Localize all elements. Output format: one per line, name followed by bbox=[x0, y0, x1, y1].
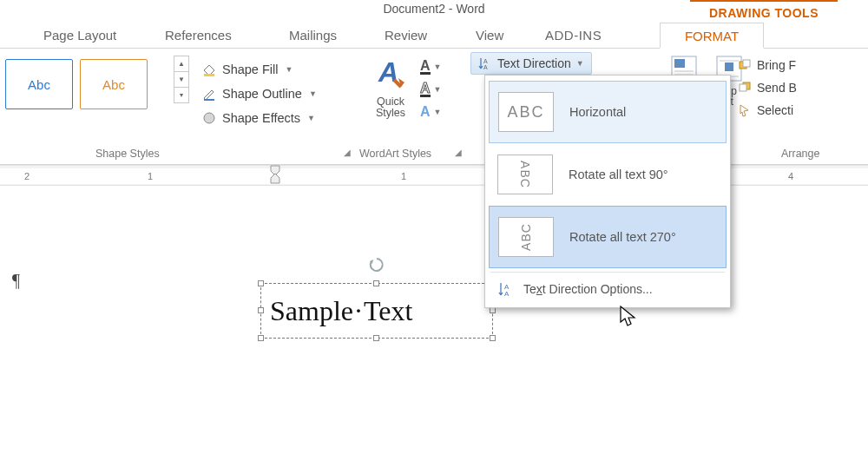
text-box[interactable]: Sample·Text bbox=[260, 283, 493, 339]
svg-rect-17 bbox=[740, 84, 746, 91]
menu-item-rotate-90[interactable]: ABC Rotate all text 90° bbox=[489, 143, 727, 206]
menu-item-label: Horizontal bbox=[569, 105, 626, 119]
shape-style-swatch[interactable]: Abc bbox=[80, 59, 148, 109]
rotate-handle-icon[interactable] bbox=[368, 256, 385, 273]
menu-item-label: Rotate all text 270° bbox=[569, 230, 676, 244]
space-dot: · bbox=[353, 295, 364, 326]
menu-separator bbox=[490, 272, 725, 273]
bring-forward-icon bbox=[738, 58, 752, 72]
dropdown-icon: ▼ bbox=[434, 62, 442, 71]
dialog-launcher-icon[interactable]: ◢ bbox=[344, 148, 351, 157]
quick-styles-button[interactable]: A Quick Styles bbox=[368, 54, 413, 119]
svg-text:A: A bbox=[504, 290, 510, 297]
svg-text:A: A bbox=[483, 64, 488, 70]
rotate-90-thumb-icon: ABC bbox=[497, 155, 553, 194]
text-effects-icon: A bbox=[420, 104, 431, 120]
dropdown-icon: ▼ bbox=[576, 59, 584, 68]
text-direction-label: Text Direction bbox=[497, 56, 571, 70]
text-direction-menu: ABC Horizontal ABC Rotate all text 90° A… bbox=[484, 75, 731, 308]
text-outline-button[interactable]: A ▼ bbox=[420, 78, 465, 101]
text-direction-options-icon: A A bbox=[497, 281, 513, 297]
text-fill-button[interactable]: A ▼ bbox=[420, 56, 465, 78]
text-effects-button[interactable]: A ▼ bbox=[420, 101, 465, 123]
tab-format[interactable]: FORMAT bbox=[660, 23, 764, 49]
quick-styles-icon: A bbox=[372, 54, 410, 92]
text-box-content: Sample·Text bbox=[270, 295, 412, 327]
ruler-number: 1 bbox=[148, 171, 153, 181]
resize-handle[interactable] bbox=[490, 335, 496, 341]
menu-item-label: Text Direction Options... bbox=[523, 282, 653, 296]
app-window: Document2 - Word DRAWING TOOLS Page Layo… bbox=[0, 0, 868, 382]
selection-pane-icon bbox=[738, 103, 752, 117]
dropdown-icon: ▼ bbox=[285, 65, 293, 74]
resize-handle[interactable] bbox=[258, 280, 264, 286]
arrange-group: Bring F Send B Selecti bbox=[738, 54, 868, 122]
ruler-number: 4 bbox=[788, 171, 793, 181]
svg-rect-7 bbox=[674, 59, 685, 68]
selection-pane-button[interactable]: Selecti bbox=[738, 99, 868, 122]
gallery-scroll-up-icon[interactable]: ▲ bbox=[174, 56, 189, 72]
shape-effects-icon bbox=[201, 110, 217, 126]
tab-page-layout[interactable]: Page Layout bbox=[36, 23, 123, 49]
dropdown-icon: ▼ bbox=[434, 85, 442, 94]
dialog-launcher-icon[interactable]: ◢ bbox=[455, 148, 462, 157]
text-outline-icon: A bbox=[420, 82, 431, 97]
tab-mailings[interactable]: Mailings bbox=[282, 23, 344, 49]
svg-text:A: A bbox=[483, 58, 488, 64]
rotate-270-thumb-icon: ABC bbox=[498, 217, 554, 257]
contextual-tool-tab: DRAWING TOOLS bbox=[690, 0, 838, 23]
tab-view[interactable]: View bbox=[469, 23, 510, 49]
dropdown-icon: ▼ bbox=[434, 108, 442, 116]
send-backward-icon bbox=[738, 81, 752, 95]
shape-effects-label: Shape Effects bbox=[222, 111, 300, 125]
svg-rect-15 bbox=[743, 60, 750, 67]
quick-styles-label: Quick Styles bbox=[368, 96, 413, 119]
document-canvas[interactable]: ¶ Sample·Text bbox=[0, 186, 868, 382]
pencil-outline-icon bbox=[201, 86, 217, 102]
ruler-number: 1 bbox=[401, 171, 406, 181]
bring-forward-button[interactable]: Bring F bbox=[738, 54, 868, 76]
shape-fill-label: Shape Fill bbox=[222, 62, 278, 76]
tab-references[interactable]: References bbox=[158, 23, 239, 49]
send-backward-label: Send B bbox=[757, 81, 797, 95]
horizontal-ruler[interactable]: 2 1 1 4 bbox=[0, 165, 868, 186]
menu-item-rotate-270[interactable]: ABC Rotate all text 270° bbox=[489, 206, 727, 268]
dropdown-icon: ▼ bbox=[307, 114, 315, 122]
shape-effects-button[interactable]: Shape Effects ▼ bbox=[201, 106, 356, 130]
gallery-expand-icon[interactable]: ▾ bbox=[174, 87, 189, 103]
resize-handle[interactable] bbox=[258, 335, 264, 341]
shape-style-gallery-scroller[interactable]: ▲ ▼ ▾ bbox=[174, 56, 189, 102]
resize-handle[interactable] bbox=[490, 307, 496, 313]
resize-handle[interactable] bbox=[373, 280, 379, 286]
indent-marker-icon[interactable] bbox=[267, 164, 283, 185]
shape-outline-label: Shape Outline bbox=[222, 87, 302, 101]
group-label-shape-styles: Shape Styles bbox=[95, 148, 160, 160]
horizontal-thumb-icon: ABC bbox=[498, 92, 554, 132]
dropdown-icon: ▼ bbox=[309, 89, 317, 98]
svg-marker-19 bbox=[271, 174, 279, 183]
send-backward-button[interactable]: Send B bbox=[738, 76, 868, 99]
menu-item-horizontal[interactable]: ABC Horizontal bbox=[489, 81, 727, 143]
text-direction-button[interactable]: A A Text Direction ▼ bbox=[470, 52, 592, 75]
svg-point-2 bbox=[204, 113, 214, 123]
resize-handle[interactable] bbox=[373, 335, 379, 341]
tab-addins[interactable]: ADD-INS bbox=[538, 23, 608, 49]
ribbon-tabs: Page Layout References Mailings Review V… bbox=[0, 23, 868, 49]
resize-handle[interactable] bbox=[258, 307, 264, 313]
ruler-number: 2 bbox=[24, 171, 30, 181]
menu-item-text-direction-options[interactable]: A A Text Direction Options... bbox=[489, 276, 727, 302]
bring-forward-label: Bring F bbox=[757, 58, 796, 72]
paragraph-mark: ¶ bbox=[12, 271, 20, 291]
group-label-wordart: WordArt Styles bbox=[359, 148, 431, 160]
title-bar: Document2 - Word DRAWING TOOLS bbox=[0, 0, 868, 23]
gallery-scroll-down-icon[interactable]: ▼ bbox=[174, 71, 189, 88]
shape-style-gallery[interactable]: Abc Abc bbox=[0, 56, 174, 122]
shape-fill-button[interactable]: Shape Fill ▼ bbox=[201, 57, 356, 82]
shape-outline-button[interactable]: Shape Outline ▼ bbox=[201, 82, 356, 106]
paint-bucket-icon bbox=[201, 62, 217, 77]
svg-rect-11 bbox=[725, 62, 733, 71]
svg-rect-1 bbox=[204, 99, 214, 101]
shape-style-swatch[interactable]: Abc bbox=[5, 59, 73, 109]
text-direction-icon: A A bbox=[478, 56, 492, 70]
tab-review[interactable]: Review bbox=[378, 23, 434, 49]
